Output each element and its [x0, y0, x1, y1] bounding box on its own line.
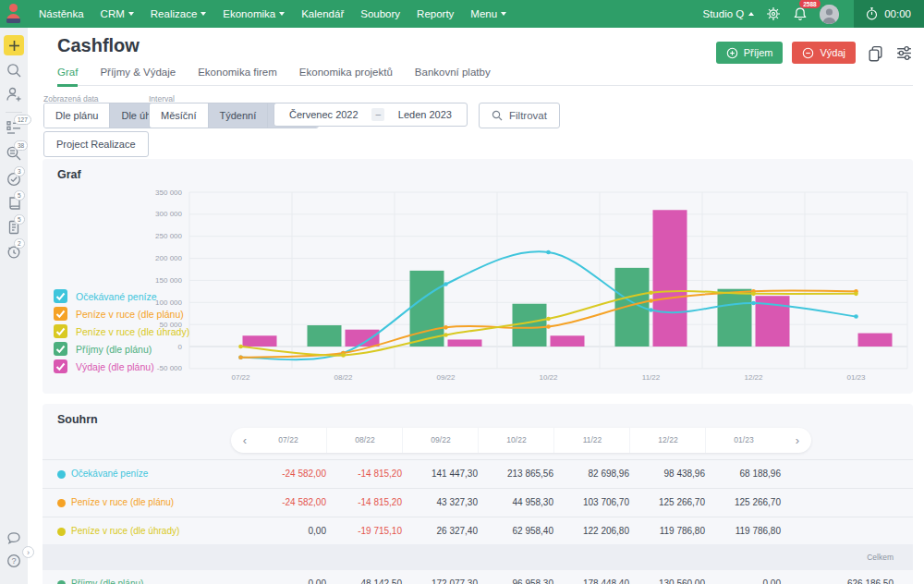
cell-value: -24 582,00 [282, 460, 326, 488]
sidebar-expand-button[interactable]: › [22, 546, 34, 558]
tab-p-jmy-v-daje[interactable]: Příjmy & Výdaje [100, 67, 176, 87]
series-dot-icon [57, 528, 66, 536]
svg-text:10/22: 10/22 [539, 373, 558, 382]
main-nav: NástěnkaCRMRealizaceEkonomikaKalendářSou… [39, 8, 506, 19]
nav-item-realizace[interactable]: Realizace [151, 8, 207, 19]
table-row: Příjmy (dle plánu)0,0048 142,50172 077,3… [43, 570, 913, 584]
sidebar-time-check-icon[interactable]: 3 [6, 171, 22, 188]
sidebar-count-badge: 2 [14, 238, 25, 249]
svg-text:?: ? [11, 556, 16, 566]
logo-body-shape [6, 14, 20, 23]
income-button[interactable]: Příjem [716, 42, 784, 64]
nav-item-soubory[interactable]: Soubory [360, 8, 400, 19]
chevron-down-icon [501, 12, 506, 16]
sidebar-chat-icon[interactable] [6, 529, 22, 546]
cell-total-value: 626 186,50 [847, 570, 894, 584]
row-label[interactable]: Peníze v ruce (dle plánu) [71, 489, 174, 517]
tab-ekonomika-firem[interactable]: Ekonomika firem [198, 67, 277, 87]
row-label[interactable]: Příjmy (dle plánu) [71, 570, 143, 584]
sidebar-help-icon[interactable]: ? [6, 553, 22, 569]
tab-bankovn-platby[interactable]: Bankovní platby [415, 67, 491, 87]
sidebar-search-icon[interactable] [6, 62, 22, 79]
table-row: Očekávané peníze-24 582,00-14 815,20141 … [43, 459, 913, 488]
segment-dle-pl-nu[interactable]: Dle plánu [44, 103, 109, 128]
legend-label: Příjmy (dle plánu) [76, 344, 152, 355]
svg-text:07/22: 07/22 [231, 373, 250, 382]
duplicate-view-button[interactable] [867, 44, 884, 62]
notifications-bell-icon[interactable]: 2588 [793, 6, 808, 21]
cell-value: 125 266,70 [659, 489, 705, 517]
sidebar-add-button[interactable] [4, 35, 24, 55]
month-column-09-22: 09/22 [402, 428, 479, 453]
chart-card-title: Graf [57, 168, 81, 181]
chevron-down-icon [279, 12, 285, 16]
nav-item-menu[interactable]: Menu [470, 8, 506, 19]
legend-checkbox[interactable] [54, 289, 67, 303]
workspace-name: Studio Q [702, 8, 744, 19]
filter-button[interactable]: Filtrovat [479, 103, 560, 128]
row-label[interactable]: Peníze v ruce (dle úhrady) [71, 517, 179, 545]
next-period-button[interactable]: › [789, 429, 806, 452]
nav-item-crm[interactable]: CRM [101, 8, 134, 19]
nav-item-n-st-nka[interactable]: Nástěnka [39, 8, 84, 19]
settings-gear-icon[interactable] [766, 6, 781, 21]
legend-checkbox[interactable] [54, 324, 67, 338]
cell-value: 172 077,30 [432, 570, 478, 584]
row-label[interactable]: Očekávané peníze [71, 460, 148, 488]
cell-value: 119 786,80 [736, 517, 781, 545]
notifications-count-badge: 2588 [799, 0, 820, 8]
sidebar-count-badge: 5 [14, 214, 25, 225]
table-row: Peníze v ruce (dle úhrady)0,00-19 715,10… [43, 517, 913, 545]
check-icon [55, 343, 67, 355]
sidebar-person-add-icon[interactable] [6, 86, 22, 103]
workspace-switcher[interactable]: Studio Q [702, 8, 754, 19]
nav-item-reporty[interactable]: Reporty [417, 8, 454, 19]
sidebar-count-badge: 38 [14, 140, 28, 151]
app-logo-icon[interactable] [0, 0, 28, 28]
cell-value: 96 958,30 [513, 570, 554, 584]
project-filter-chip[interactable]: Project Realizace [43, 131, 149, 157]
sidebar-invoice-icon[interactable]: 5 [6, 219, 22, 236]
nav-item-label: Nástěnka [39, 8, 84, 19]
segment-t-denn[interactable]: Týdenní [208, 103, 268, 128]
sidebar-tasks-icon[interactable]: 127 [6, 119, 22, 136]
tab-ekonomika-projekt[interactable]: Ekonomika projektů [299, 67, 393, 87]
sidebar-book-icon[interactable]: 5 [6, 195, 22, 212]
cell-value: 26 327,40 [437, 517, 479, 545]
time-tracker[interactable]: 00:00 [854, 0, 924, 28]
topbar-right: Studio Q 2588 [702, 0, 924, 28]
expense-button[interactable]: Výdaj [792, 42, 856, 64]
sidebar-divider [6, 112, 22, 113]
date-from[interactable]: Červenec 2022 [289, 109, 359, 120]
search-icon [492, 110, 503, 121]
tab-graf[interactable]: Graf [57, 67, 78, 87]
svg-text:08/22: 08/22 [334, 373, 353, 382]
filter-bar: Zobrazená data Dle plánuDle úhrady Inter… [28, 94, 924, 159]
summary-flow-rows: Příjmy (dle plánu)0,0048 142,50172 077,3… [43, 570, 913, 584]
nav-item-label: Soubory [360, 8, 400, 19]
segment-m-s-n[interactable]: Měsíční [150, 103, 208, 128]
cell-value: -19 715,10 [358, 517, 402, 545]
date-separator: – [371, 108, 384, 121]
nav-item-ekonomika[interactable]: Ekonomika [223, 8, 285, 19]
sidebar-alarm-icon[interactable]: 2 [6, 243, 22, 260]
legend-checkbox[interactable] [54, 359, 67, 373]
user-avatar[interactable] [820, 5, 839, 24]
date-to[interactable]: Leden 2023 [398, 109, 452, 120]
date-range-input[interactable]: Červenec 2022 – Leden 2023 [274, 103, 468, 127]
nav-item-label: Menu [470, 8, 497, 19]
nav-item-kalend[interactable]: Kalendář [301, 8, 344, 19]
cell-value: 62 958,40 [513, 517, 554, 545]
plus-icon [8, 40, 20, 52]
header-actions: Příjem Výdaj [716, 42, 913, 64]
sidebar-search-docs-icon[interactable]: 38 [6, 145, 22, 162]
stopwatch-icon [865, 6, 879, 21]
legend-checkbox[interactable] [54, 307, 67, 321]
page-title: Cashflow [57, 35, 140, 56]
svg-text:350 000: 350 000 [155, 189, 182, 197]
legend-checkbox[interactable] [54, 342, 67, 356]
circle-plus-icon [726, 47, 738, 59]
view-settings-button[interactable] [895, 44, 913, 62]
series-dot-icon [57, 470, 66, 479]
cell-value: 98 438,96 [664, 460, 706, 488]
